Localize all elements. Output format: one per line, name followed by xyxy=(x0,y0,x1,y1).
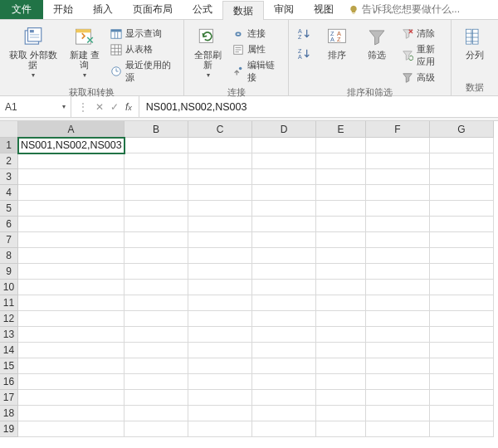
chevron-down-icon[interactable]: ▾ xyxy=(62,103,66,110)
cell[interactable] xyxy=(366,343,430,358)
properties-button[interactable]: 属性 xyxy=(231,42,281,56)
cell[interactable] xyxy=(366,153,430,169)
row-header[interactable]: 10 xyxy=(0,280,18,295)
row-header[interactable]: 19 xyxy=(0,421,18,437)
row-header[interactable]: 12 xyxy=(0,311,18,327)
cell[interactable] xyxy=(18,201,124,217)
cell[interactable] xyxy=(252,169,316,185)
cell[interactable] xyxy=(430,280,494,295)
reapply-button[interactable]: 重新应用 xyxy=(400,42,444,69)
cell[interactable] xyxy=(316,421,366,437)
tab-审阅[interactable]: 审阅 xyxy=(264,0,304,19)
cell[interactable] xyxy=(430,153,494,169)
cell[interactable] xyxy=(366,232,430,248)
tab-插入[interactable]: 插入 xyxy=(83,0,123,19)
sort-desc-button[interactable]: ZA xyxy=(295,46,314,61)
column-header[interactable]: B xyxy=(124,121,188,138)
column-header[interactable]: C xyxy=(188,121,252,138)
cell[interactable] xyxy=(316,358,366,374)
tell-me[interactable]: 告诉我您想要做什么... xyxy=(349,0,460,19)
cell[interactable] xyxy=(366,217,430,232)
formula-bar[interactable]: NS001,NS002,NS003 xyxy=(139,96,498,117)
cell[interactable] xyxy=(124,201,188,217)
cell[interactable] xyxy=(252,295,316,311)
cell[interactable] xyxy=(188,406,252,421)
cell[interactable] xyxy=(430,406,494,421)
tab-公式[interactable]: 公式 xyxy=(183,0,222,19)
row-header[interactable]: 3 xyxy=(0,169,18,185)
row-header[interactable]: 7 xyxy=(0,232,18,248)
cell[interactable] xyxy=(188,232,252,248)
cell[interactable] xyxy=(124,217,188,232)
tab-视图[interactable]: 视图 xyxy=(304,0,344,19)
cell[interactable] xyxy=(316,264,366,280)
row-header[interactable]: 11 xyxy=(0,295,18,311)
cell[interactable] xyxy=(188,138,252,153)
cell[interactable] xyxy=(430,327,494,343)
cell[interactable] xyxy=(124,185,188,201)
row-header[interactable]: 4 xyxy=(0,185,18,201)
cell[interactable] xyxy=(430,185,494,201)
cell[interactable] xyxy=(252,327,316,343)
cell[interactable] xyxy=(188,201,252,217)
cell[interactable] xyxy=(316,153,366,169)
cell[interactable] xyxy=(430,201,494,217)
column-header[interactable]: D xyxy=(252,121,316,138)
row-header[interactable]: 14 xyxy=(0,343,18,358)
row-header[interactable]: 17 xyxy=(0,390,18,406)
cell[interactable] xyxy=(124,295,188,311)
cell[interactable] xyxy=(316,295,366,311)
cell[interactable] xyxy=(430,343,494,358)
cell[interactable] xyxy=(252,201,316,217)
cell[interactable] xyxy=(124,232,188,248)
cell[interactable] xyxy=(124,280,188,295)
cell[interactable] xyxy=(430,217,494,232)
cell[interactable] xyxy=(124,421,188,437)
name-box[interactable]: A1 ▾ xyxy=(0,96,71,117)
cell[interactable]: NS001,NS002,NS003 xyxy=(18,138,124,153)
cell[interactable] xyxy=(366,264,430,280)
cell[interactable] xyxy=(316,406,366,421)
cell[interactable] xyxy=(252,217,316,232)
cell[interactable] xyxy=(252,232,316,248)
cell[interactable] xyxy=(430,232,494,248)
cell[interactable] xyxy=(188,185,252,201)
cell[interactable] xyxy=(124,390,188,406)
cell[interactable] xyxy=(18,406,124,421)
sort-button[interactable]: ZAAZ 排序 xyxy=(320,23,354,60)
cell[interactable] xyxy=(366,248,430,264)
cell[interactable] xyxy=(188,264,252,280)
cell[interactable] xyxy=(18,358,124,374)
cell[interactable] xyxy=(252,406,316,421)
cell[interactable] xyxy=(430,248,494,264)
cell[interactable] xyxy=(252,343,316,358)
cell[interactable] xyxy=(366,280,430,295)
fx-dots-icon[interactable]: ⋮ xyxy=(78,101,89,113)
cell[interactable] xyxy=(316,185,366,201)
cell[interactable] xyxy=(124,343,188,358)
cell[interactable] xyxy=(430,169,494,185)
cell[interactable] xyxy=(366,201,430,217)
select-all-corner[interactable] xyxy=(0,121,18,138)
cell[interactable] xyxy=(316,248,366,264)
cell[interactable] xyxy=(188,374,252,390)
cell[interactable] xyxy=(18,153,124,169)
cell[interactable] xyxy=(18,390,124,406)
cell[interactable] xyxy=(124,406,188,421)
cell[interactable] xyxy=(316,217,366,232)
cell[interactable] xyxy=(18,374,124,390)
cell[interactable] xyxy=(252,280,316,295)
cell[interactable] xyxy=(188,421,252,437)
column-header[interactable]: F xyxy=(366,121,430,138)
cell[interactable] xyxy=(124,138,188,153)
cell[interactable] xyxy=(188,343,252,358)
cell[interactable] xyxy=(366,421,430,437)
advanced-filter-button[interactable]: 高级 xyxy=(400,71,444,85)
row-header[interactable]: 5 xyxy=(0,201,18,217)
cell[interactable] xyxy=(366,327,430,343)
cell[interactable] xyxy=(430,264,494,280)
cell[interactable] xyxy=(366,374,430,390)
cell[interactable] xyxy=(252,390,316,406)
cell[interactable] xyxy=(316,201,366,217)
cell[interactable] xyxy=(316,311,366,327)
